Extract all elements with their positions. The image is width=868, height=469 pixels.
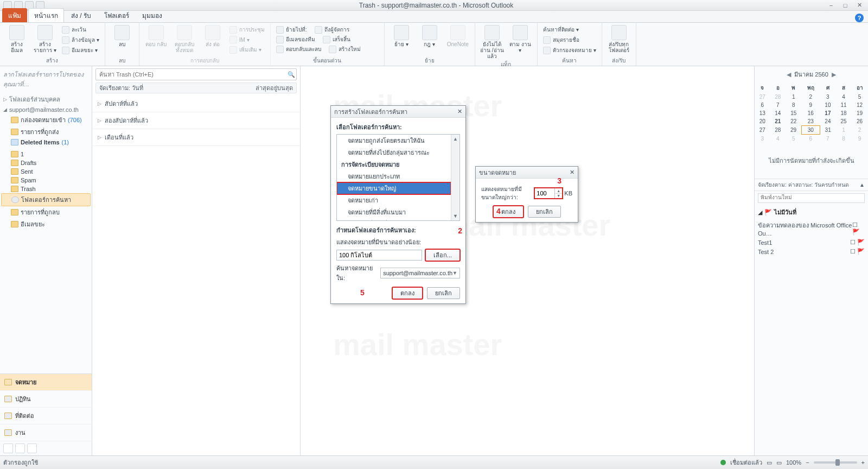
- cal-day[interactable]: 4: [770, 135, 785, 143]
- cal-day[interactable]: 18: [836, 109, 851, 117]
- cal-day[interactable]: 8: [836, 135, 851, 143]
- ignore-button[interactable]: ละเว้น: [61, 25, 100, 34]
- filter-button[interactable]: ตัวกรองจดหมาย ▾: [542, 46, 597, 55]
- cal-day[interactable]: 9: [851, 135, 868, 143]
- junk-button[interactable]: อีเมลขยะ ▾: [61, 46, 100, 55]
- cal-day[interactable]: 11: [836, 101, 851, 109]
- folder-deleted2[interactable]: รายการที่ถูกลบ: [1, 206, 91, 218]
- folder-search[interactable]: โฟลเดอร์การค้นหา: [1, 193, 91, 206]
- qs-done[interactable]: เสร็จสิ้น: [322, 35, 352, 44]
- nav-contacts[interactable]: ที่ติดต่อ: [0, 408, 92, 424]
- dialog2-cancel-button[interactable]: ยกเลิก: [528, 206, 561, 218]
- search-input[interactable]: [96, 71, 286, 78]
- tab-file[interactable]: แฟ้ม: [2, 8, 27, 22]
- cal-day[interactable]: 26: [851, 117, 868, 126]
- cal-day[interactable]: 3: [755, 135, 770, 143]
- cal-day[interactable]: 3: [820, 93, 836, 101]
- followup-button[interactable]: ตาม งาน ▾: [508, 25, 533, 53]
- find-contact[interactable]: ค้นหาที่ติดต่อ ▾: [542, 25, 597, 34]
- dialog1-ok-button[interactable]: ตกลง: [392, 287, 423, 299]
- cal-day[interactable]: 20: [755, 117, 770, 126]
- cal-day[interactable]: 16: [802, 109, 820, 117]
- folder-trash[interactable]: Trash: [1, 185, 91, 193]
- cal-day[interactable]: 17: [820, 109, 836, 117]
- choose-button[interactable]: เลือก...: [425, 249, 460, 261]
- cal-day[interactable]: 1: [836, 126, 851, 135]
- folder-deleted[interactable]: Deleted Items (1): [1, 138, 91, 147]
- nav-shortcuts-icon[interactable]: [27, 443, 37, 453]
- tab-folder[interactable]: โฟลเดอร์: [98, 8, 135, 22]
- nav-personal-folders[interactable]: ▷โฟลเดอร์ส่วนบุคคล: [1, 93, 91, 105]
- task-item[interactable]: ข้อความทดลองของ Microsoft Office Ou…☐ 🚩: [755, 219, 868, 238]
- move-button[interactable]: ย้าย ▾: [389, 25, 414, 47]
- folder-inbox[interactable]: กล่องจดหมายเข้า (706): [1, 114, 91, 126]
- cal-day[interactable]: 25: [836, 117, 851, 126]
- reply-all-button[interactable]: ตอบกลับ ทั้งหมด: [172, 25, 197, 53]
- qs-replydel[interactable]: ตอบกลับและลบ: [275, 45, 322, 54]
- minimize-button[interactable]: −: [825, 1, 838, 10]
- tab-home[interactable]: หน้าแรก: [28, 8, 64, 22]
- tree-item[interactable]: จดหมายที่มีคำที่ระบุ: [337, 218, 451, 221]
- dialog2-close-icon[interactable]: ✕: [570, 169, 575, 176]
- spin-down[interactable]: ▼: [555, 194, 562, 199]
- reply-button[interactable]: ตอบ กลับ: [144, 25, 169, 47]
- nav-account[interactable]: ◢support@mailmaster.co.th: [1, 105, 91, 114]
- cleanup-button[interactable]: ล้างข้อมูล ▾: [61, 35, 100, 45]
- address-book[interactable]: สมุดรายชื่อ: [542, 35, 597, 45]
- view-reading-icon[interactable]: ▭: [776, 459, 782, 466]
- cal-day[interactable]: 9: [802, 101, 820, 109]
- cal-day[interactable]: 29: [786, 126, 802, 135]
- tab-view[interactable]: มุมมอง: [136, 8, 168, 22]
- tree-item-large-mail[interactable]: จดหมายขนาดใหญ่: [337, 182, 451, 194]
- cal-day[interactable]: 27: [755, 93, 770, 101]
- cal-day[interactable]: 23: [802, 117, 820, 126]
- onenote-button[interactable]: OneNote: [445, 25, 470, 47]
- tree-item[interactable]: จดหมายที่มีสิ่งที่แนบมา: [337, 206, 451, 218]
- nav-folders-icon[interactable]: [15, 443, 25, 453]
- folder-1[interactable]: 1: [1, 150, 91, 159]
- search-box[interactable]: 🔍: [95, 68, 297, 80]
- cal-day[interactable]: 31: [820, 126, 836, 135]
- cal-day[interactable]: 12: [851, 101, 868, 109]
- dialog1-close-icon[interactable]: ✕: [457, 108, 462, 115]
- tree-item[interactable]: จดหมายเก่า: [337, 194, 451, 206]
- cal-day[interactable]: 14: [770, 109, 785, 117]
- nav-tasks[interactable]: งาน: [0, 424, 92, 441]
- cal-day[interactable]: 6: [755, 101, 770, 109]
- task-item[interactable]: Test1☐ 🚩: [755, 238, 868, 247]
- cal-day[interactable]: 7: [820, 135, 836, 143]
- task-group[interactable]: ◢🚩ไม่มีวันที่: [755, 205, 868, 219]
- size-spinner[interactable]: ▲▼: [534, 188, 563, 199]
- tree-item[interactable]: จดหมายที่ส่งไปยังกลุ่มสาธารณะ: [337, 147, 451, 159]
- cal-day[interactable]: 5: [786, 135, 802, 143]
- task-arrange[interactable]: จัดเรียงตาม: ค่าสถานะ: วันครบกำหนด▲: [755, 179, 868, 191]
- maximize-button[interactable]: □: [839, 1, 852, 10]
- rules-button[interactable]: กฎ ▾: [417, 25, 442, 47]
- tab-send-receive[interactable]: ส่ง / รับ: [65, 8, 97, 22]
- cal-day[interactable]: 27: [755, 126, 770, 135]
- forward-button[interactable]: ส่ง ต่อ: [200, 25, 225, 47]
- group-last-month[interactable]: ▷เดือนที่แล้ว: [92, 129, 300, 146]
- folder-spam[interactable]: Spam: [1, 176, 91, 185]
- search-icon[interactable]: 🔍: [286, 71, 296, 78]
- task-item[interactable]: Test 2☐ 🚩: [755, 247, 868, 256]
- group-two-weeks[interactable]: ▷สองสัปดาห์ที่แล้ว: [92, 112, 300, 129]
- send-receive-all-button[interactable]: ส่ง/รับทุก โฟลเดอร์: [607, 25, 631, 53]
- cal-day[interactable]: 1: [786, 93, 802, 101]
- size-input[interactable]: [535, 188, 554, 198]
- cal-day[interactable]: 2: [851, 126, 868, 135]
- zoom-in[interactable]: +: [861, 459, 865, 466]
- unread-button[interactable]: ยังไม่ได้อ่าน /อ่านแล้ว: [480, 25, 505, 59]
- dialog1-cancel-button[interactable]: ยกเลิก: [427, 287, 460, 299]
- folder-sent2[interactable]: Sent: [1, 167, 91, 176]
- cal-day[interactable]: 6: [802, 135, 820, 143]
- size-value-field[interactable]: [336, 250, 422, 261]
- cal-day[interactable]: 4: [836, 93, 851, 101]
- cal-day[interactable]: 28: [770, 93, 785, 101]
- qs-moveto[interactable]: ย้ายไปที่:: [275, 25, 308, 34]
- tree-item[interactable]: จดหมายแยกประเภท: [337, 170, 451, 182]
- cal-day[interactable]: 2: [802, 93, 820, 101]
- qs-tomgr[interactable]: ถึงผู้จัดการ: [314, 25, 350, 34]
- cal-day[interactable]: 8: [786, 101, 802, 109]
- nav-calendar[interactable]: ปฏิทิน: [0, 391, 92, 408]
